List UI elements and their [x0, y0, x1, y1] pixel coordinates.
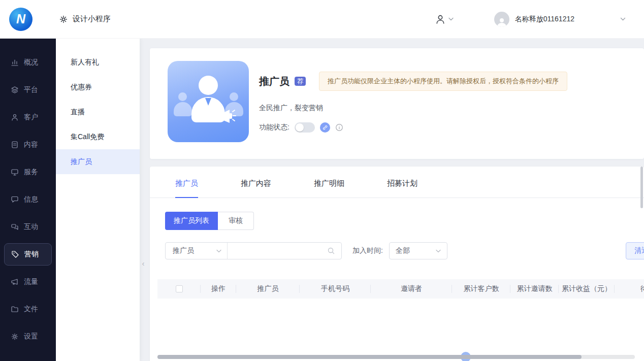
chevron-down-icon: [436, 249, 441, 253]
secondary-sidebar: 新人有礼 优惠券 直播 集Call免费 推广员: [56, 39, 140, 361]
col-inviter: 邀请者: [371, 279, 452, 299]
audit-button[interactable]: 审核: [218, 212, 254, 230]
search-group: 推广员: [165, 242, 342, 259]
submenu-item-newcomer-gift[interactable]: 新人有礼: [56, 50, 140, 75]
submenu-item-jicall[interactable]: 集Call免费: [56, 124, 140, 149]
col-total-earnings: 累计收益（元）: [559, 279, 615, 299]
join-time-label: 加入时间:: [352, 246, 383, 255]
horizontal-scrollbar-thumb[interactable]: [157, 355, 582, 359]
tab-promo-details[interactable]: 推广明细: [314, 179, 344, 198]
promoter-list-button[interactable]: 推广员列表: [165, 212, 218, 230]
person-icon: [11, 113, 19, 121]
sidebar-item-messages[interactable]: 信息: [0, 186, 56, 213]
dismiss-button[interactable]: 清退: [626, 242, 644, 259]
chart-icon: [11, 58, 19, 67]
vertical-scrollbar-thumb[interactable]: [640, 167, 643, 208]
sidebar-item-services[interactable]: 服务: [0, 158, 56, 186]
sidebar-item-customers[interactable]: 客户: [0, 104, 56, 131]
sidebar-item-marketing[interactable]: 营销: [4, 243, 52, 266]
status-label: 功能状态:: [259, 123, 289, 132]
link-icon[interactable]: [320, 122, 330, 133]
info-icon[interactable]: [335, 123, 343, 132]
feature-subtitle: 全民推广，裂变营销: [259, 104, 632, 113]
tag-icon: [11, 250, 19, 258]
document-icon: [11, 141, 19, 149]
sidebar-item-files[interactable]: 文件: [0, 296, 56, 323]
feature-title: 推广员: [259, 75, 289, 88]
promoter-panel: 推广员 推广内容 推广明细 招募计划 推广员列表 审核 推广员: [150, 167, 644, 361]
submenu-item-coupons[interactable]: 优惠券: [56, 75, 140, 100]
app-logo: N: [9, 8, 33, 31]
filter-row: 推广员 加入时间: 全部 清退: [165, 242, 644, 259]
submenu-item-live[interactable]: 直播: [56, 100, 140, 124]
col-promoter: 推广员: [236, 279, 300, 299]
horizontal-scrollbar[interactable]: [157, 355, 635, 359]
search-icon[interactable]: [327, 247, 335, 255]
avatar: [494, 12, 509, 27]
primary-sidebar: 概况 平台 客户 内容 服务 信息 互动 营销 流量 文件 设置: [0, 39, 56, 361]
feature-toggle[interactable]: [295, 122, 315, 133]
sidebar-item-interaction[interactable]: 互动: [0, 213, 56, 241]
chevron-down-icon: [216, 249, 221, 253]
message-icon: [11, 195, 19, 204]
app-name: 设计小程序: [73, 14, 111, 24]
col-total-invites: 累计邀请数: [510, 279, 559, 299]
feature-card: 推广员 荐 推广员功能仅限企业主体的小程序使用。请解除授权后，授权符合条件的小程…: [150, 48, 644, 159]
sidebar-item-platform[interactable]: 平台: [0, 76, 56, 104]
tab-promo-content[interactable]: 推广内容: [241, 179, 271, 198]
recommended-badge: 荐: [295, 77, 306, 86]
chevron-down-icon: [448, 17, 454, 21]
search-type-select[interactable]: 推广员: [166, 243, 228, 259]
user-name: 名称释放01161212: [515, 15, 574, 24]
gear-icon: [11, 333, 19, 341]
main-content: ‹ 推广员 荐 推广员功能仅限企业主体的小程序使用。请解除授权后，授权符合条件的…: [140, 39, 644, 361]
sidebar-item-traffic[interactable]: 流量: [0, 268, 56, 296]
account-menu[interactable]: [435, 14, 454, 25]
col-phone: 手机号码: [300, 279, 371, 299]
notice-banner: 推广员功能仅限企业主体的小程序使用。请解除授权后，授权符合条件的小程序: [319, 72, 567, 91]
col-total-customers: 累计客户数: [452, 279, 510, 299]
select-all-cell: [157, 279, 201, 299]
sidebar-item-content[interactable]: 内容: [0, 131, 56, 158]
sidebar-item-overview[interactable]: 概况: [0, 49, 56, 76]
person-icon: [435, 14, 446, 25]
monitor-icon: [11, 168, 19, 176]
user-menu[interactable]: 名称释放01161212: [494, 12, 626, 27]
submenu-item-promoter[interactable]: 推广员: [56, 149, 140, 174]
select-all-checkbox[interactable]: [176, 285, 183, 292]
tab-recruit-plan[interactable]: 招募计划: [387, 179, 417, 198]
megaphone-icon: [11, 278, 19, 286]
collapse-sidebar-handle[interactable]: ‹: [140, 256, 147, 270]
col-pending: 待结: [615, 279, 644, 299]
sidebar-item-settings[interactable]: 设置: [0, 323, 56, 350]
folder-icon: [11, 305, 19, 313]
search-input[interactable]: [234, 247, 327, 255]
topbar: N 设计小程序 名称释放01161212: [0, 0, 644, 39]
table-header: 操作 推广员 手机号码 邀请者 累计客户数 累计邀请数 累计收益（元） 待结: [157, 279, 644, 299]
layers-icon: [11, 86, 19, 94]
chevron-down-icon: [620, 17, 626, 21]
join-time-select[interactable]: 全部: [389, 242, 447, 259]
list-audit-switch: 推广员列表 审核: [165, 212, 644, 230]
tab-bar: 推广员 推广内容 推广明细 招募计划: [150, 167, 644, 198]
tab-promoter[interactable]: 推广员: [175, 179, 198, 198]
promoter-feature-illustration: [168, 61, 249, 142]
megaphone-icon: [216, 108, 237, 125]
app-switcher[interactable]: 设计小程序: [59, 14, 111, 24]
col-actions: 操作: [201, 279, 236, 299]
gear-icon: [59, 15, 68, 24]
chat-icon: [11, 223, 19, 231]
